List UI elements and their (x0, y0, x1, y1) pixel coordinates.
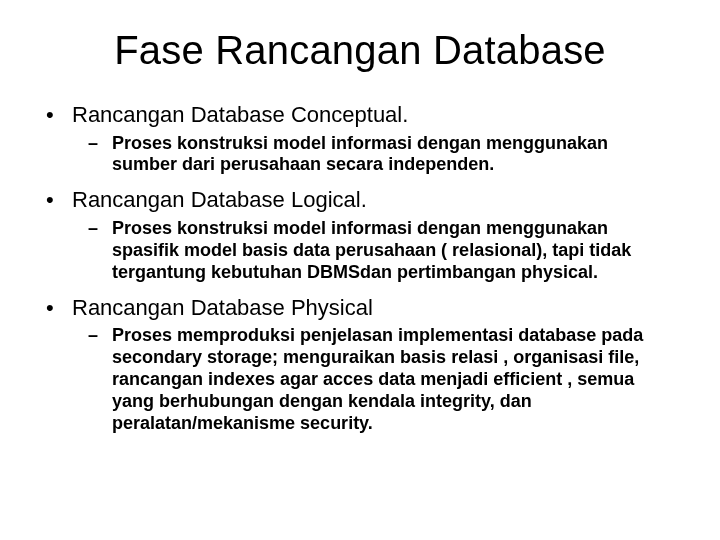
bullet-icon: • (40, 294, 72, 322)
content-list: • Rancangan Database Conceptual. – Prose… (40, 101, 680, 435)
level1-row: • Rancangan Database Physical (40, 294, 680, 322)
bullet-icon: • (40, 186, 72, 214)
slide-title: Fase Rancangan Database (40, 28, 680, 73)
dash-icon: – (88, 325, 112, 347)
list-item: – Proses konstruksi model informasi deng… (88, 133, 680, 177)
level2-text: Proses konstruksi model informasi dengan… (112, 133, 680, 177)
slide: Fase Rancangan Database • Rancangan Data… (0, 0, 720, 540)
level1-text: Rancangan Database Conceptual. (72, 101, 680, 129)
level1-row: • Rancangan Database Conceptual. (40, 101, 680, 129)
list-item: • Rancangan Database Conceptual. – Prose… (40, 101, 680, 176)
level1-text: Rancangan Database Physical (72, 294, 680, 322)
sub-list: – Proses konstruksi model informasi deng… (40, 133, 680, 177)
level2-text: Proses memproduksi penjelasan implementa… (112, 325, 680, 435)
level1-text: Rancangan Database Logical. (72, 186, 680, 214)
list-item: – Proses memproduksi penjelasan implemen… (88, 325, 680, 435)
list-item: • Rancangan Database Physical – Proses m… (40, 294, 680, 435)
level2-text: Proses konstruksi model informasi dengan… (112, 218, 680, 284)
list-item: • Rancangan Database Logical. – Proses k… (40, 186, 680, 283)
dash-icon: – (88, 218, 112, 240)
list-item: – Proses konstruksi model informasi deng… (88, 218, 680, 284)
sub-list: – Proses konstruksi model informasi deng… (40, 218, 680, 284)
dash-icon: – (88, 133, 112, 155)
level1-row: • Rancangan Database Logical. (40, 186, 680, 214)
sub-list: – Proses memproduksi penjelasan implemen… (40, 325, 680, 435)
bullet-icon: • (40, 101, 72, 129)
